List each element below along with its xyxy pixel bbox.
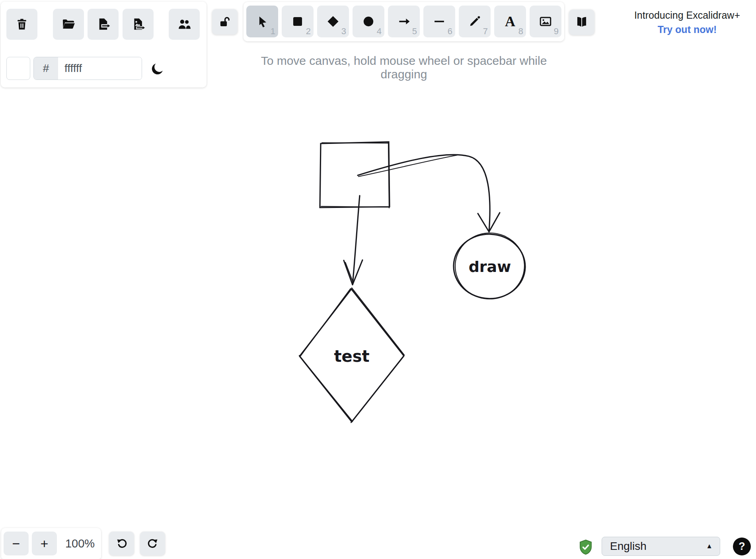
library-button[interactable] [569, 10, 594, 35]
plus-icon: + [41, 537, 49, 550]
canvas-diamond[interactable]: test [299, 288, 404, 423]
export-file-button[interactable] [88, 9, 119, 40]
circle-icon [362, 15, 375, 28]
canvas-hint-text: To move canvas, hold mouse wheel or spac… [244, 54, 564, 81]
redo-button[interactable] [140, 532, 165, 555]
live-collaboration-button[interactable] [169, 9, 200, 40]
top-left-panel: # [1, 2, 207, 87]
book-icon [575, 16, 588, 29]
tool-text[interactable]: A 8 [494, 6, 526, 37]
image-export-icon [131, 17, 145, 31]
users-icon [177, 17, 191, 31]
zoom-controls: − + 100% [1, 528, 101, 559]
question-mark-icon: ? [738, 540, 745, 553]
cursor-icon [255, 15, 269, 28]
canvas-arrow-to-ellipse[interactable] [358, 155, 500, 232]
background-hex-input[interactable] [58, 57, 142, 80]
canvas-background-hex-group: # [33, 57, 142, 80]
load-scene-button[interactable] [53, 9, 84, 40]
clear-canvas-button[interactable] [6, 9, 37, 40]
tool-draw[interactable]: 7 [459, 6, 491, 37]
square-icon [291, 15, 304, 28]
tool-diamond[interactable]: 3 [317, 6, 349, 37]
trash-icon [15, 17, 29, 31]
tool-image[interactable]: 9 [530, 6, 561, 37]
tool-palette: 1 2 3 4 5 6 7 [244, 2, 564, 41]
pencil-icon [468, 15, 481, 28]
export-image-button[interactable] [123, 9, 154, 40]
undo-icon [115, 537, 128, 550]
folder-open-icon [61, 17, 76, 31]
help-button[interactable]: ? [733, 538, 751, 555]
excalidraw-plus-promo: Introducing Excalidraw+ Try out now! [634, 9, 740, 36]
dark-mode-toggle[interactable] [148, 60, 167, 78]
minus-icon: − [12, 537, 20, 550]
keep-tool-active-lock-button[interactable] [212, 9, 238, 35]
canvas-background-swatch[interactable] [6, 57, 30, 80]
arrow-icon [397, 15, 411, 28]
line-icon [433, 15, 446, 28]
zoom-in-button[interactable]: + [32, 532, 57, 555]
unlock-icon [218, 15, 232, 29]
zoom-out-button[interactable]: − [4, 532, 29, 555]
file-export-icon [96, 17, 110, 31]
try-out-now-link[interactable]: Try out now! [634, 23, 740, 36]
canvas-rectangle[interactable] [320, 142, 390, 208]
undo-button[interactable] [109, 532, 134, 555]
tool-line[interactable]: 6 [423, 6, 455, 37]
tool-ellipse[interactable]: 4 [353, 6, 384, 37]
tool-selection[interactable]: 1 [246, 6, 278, 37]
promo-title: Introducing Excalidraw+ [634, 10, 740, 21]
zoom-level[interactable]: 100% [60, 532, 100, 555]
language-select[interactable]: English ▲ [602, 537, 720, 556]
language-selected-value: English [602, 540, 706, 553]
tool-arrow[interactable]: 5 [388, 6, 420, 37]
tool-rectangle[interactable]: 2 [282, 6, 314, 37]
canvas-arrow-to-diamond[interactable] [344, 196, 362, 285]
redo-icon [146, 537, 159, 550]
moon-icon [150, 61, 165, 76]
hash-prefix: # [34, 57, 58, 80]
diamond-label: test [334, 347, 369, 365]
ellipse-label: draw [469, 258, 511, 276]
canvas-ellipse[interactable]: draw [452, 231, 526, 301]
image-icon [539, 15, 552, 28]
diamond-icon [326, 15, 340, 28]
chevron-up-icon: ▲ [706, 542, 720, 550]
letter-a-icon: A [505, 14, 515, 29]
shield-check-icon [579, 539, 592, 555]
